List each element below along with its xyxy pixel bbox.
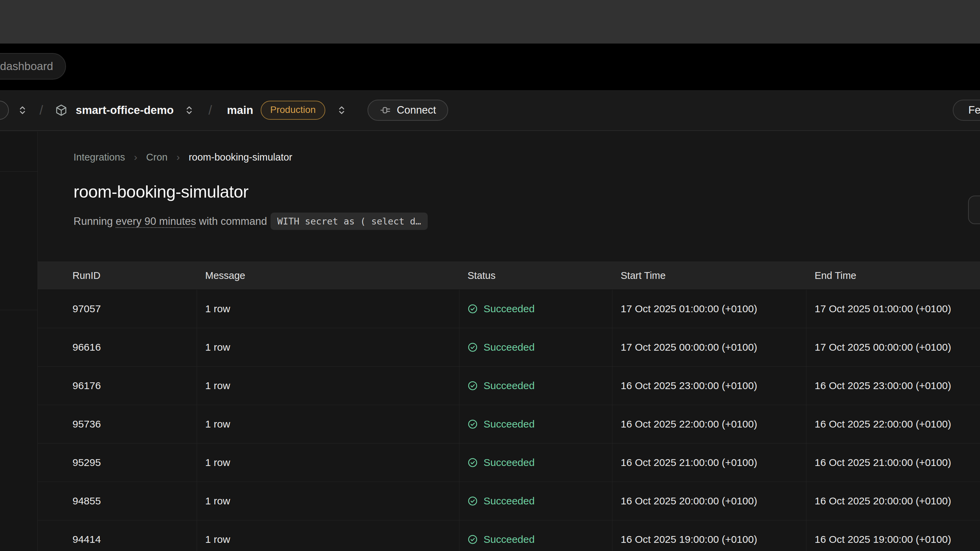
status-badge: Succeeded xyxy=(468,341,535,353)
page-subtitle: Running every 90 minutes with command WI… xyxy=(73,213,428,230)
chevron-up-down-icon xyxy=(183,104,195,116)
branch-switcher[interactable] xyxy=(336,104,348,116)
sidebar-divider xyxy=(0,310,37,310)
status-label: Succeeded xyxy=(484,457,535,468)
status-badge: Succeeded xyxy=(468,457,535,468)
cell-run-id: 95736 xyxy=(38,405,197,443)
cell-end-time: 17 Oct 2025 00:00:00 (+0100) xyxy=(807,328,980,366)
check-circle-icon xyxy=(468,419,478,429)
production-badge: Production xyxy=(261,101,325,120)
status-label: Succeeded xyxy=(484,380,535,392)
subtitle-schedule: every 90 minutes xyxy=(116,215,196,227)
project-name[interactable]: smart-office-demo xyxy=(76,104,174,117)
status-badge: Succeeded xyxy=(468,303,535,314)
cell-status: Succeeded xyxy=(460,405,612,443)
pencil-icon xyxy=(978,204,980,216)
cell-status: Succeeded xyxy=(460,520,612,551)
left-sidebar xyxy=(0,132,38,551)
check-circle-icon xyxy=(468,457,478,468)
cell-end-time: 16 Oct 2025 23:00:00 (+0100) xyxy=(807,367,980,405)
tab-dashboard-label: dashboard xyxy=(0,60,53,73)
status-label: Succeeded xyxy=(484,303,535,314)
connect-button[interactable]: Connect xyxy=(368,100,448,121)
check-circle-icon xyxy=(468,534,478,545)
org-avatar[interactable] xyxy=(0,101,9,120)
cell-status: Succeeded xyxy=(460,328,612,366)
table-row[interactable]: 94855 1 row Succeeded 16 Oct 2025 20:00:… xyxy=(38,482,980,520)
browser-tab-strip: dashboard xyxy=(0,43,980,90)
sidebar-divider xyxy=(0,171,37,172)
subtitle-prefix: Running xyxy=(73,215,116,227)
table-body: 97057 1 row Succeeded 17 Oct 2025 01:00:… xyxy=(38,290,980,551)
page-title: room-booking-simulator xyxy=(73,182,248,202)
status-badge: Succeeded xyxy=(468,495,535,507)
org-switcher[interactable] xyxy=(16,104,29,116)
cell-start-time: 16 Oct 2025 21:00:00 (+0100) xyxy=(612,443,807,482)
subtitle-middle: with command xyxy=(196,215,267,227)
status-badge: Succeeded xyxy=(468,380,535,392)
project-nav-bar: / smart-office-demo / main Production Co… xyxy=(0,90,980,131)
table-row[interactable]: 96616 1 row Succeeded 17 Oct 2025 00:00:… xyxy=(38,328,980,367)
table-row[interactable]: 95295 1 row Succeeded 16 Oct 2025 21:00:… xyxy=(38,443,980,482)
breadcrumb-separator-icon: › xyxy=(134,151,137,163)
project-switcher[interactable] xyxy=(183,104,195,116)
status-label: Succeeded xyxy=(484,495,535,507)
breadcrumb-cron[interactable]: Cron xyxy=(146,152,168,163)
content-panel: Integrations › Cron › room-booking-simul… xyxy=(38,132,980,551)
connect-label: Connect xyxy=(397,104,436,116)
tab-dashboard[interactable]: dashboard xyxy=(0,53,66,79)
breadcrumb-separator-icon: › xyxy=(176,151,180,163)
cell-message: 1 row xyxy=(197,328,460,366)
plug-icon xyxy=(380,105,391,116)
table-row[interactable]: 94414 1 row Succeeded 16 Oct 2025 19:00:… xyxy=(38,520,980,551)
table-row[interactable]: 96176 1 row Succeeded 16 Oct 2025 23:00:… xyxy=(38,367,980,405)
cell-end-time: 16 Oct 2025 19:00:00 (+0100) xyxy=(807,520,980,551)
cell-end-time: 17 Oct 2025 01:00:00 (+0100) xyxy=(807,290,980,328)
cell-status: Succeeded xyxy=(460,367,612,405)
cell-run-id: 94414 xyxy=(38,520,197,551)
cell-message: 1 row xyxy=(197,290,460,328)
command-snippet[interactable]: WITH secret as ( select d… xyxy=(270,213,428,230)
cell-run-id: 96616 xyxy=(38,328,197,366)
check-circle-icon xyxy=(468,381,478,391)
check-circle-icon xyxy=(468,496,478,506)
breadcrumb-integrations[interactable]: Integrations xyxy=(73,152,125,163)
cell-end-time: 16 Oct 2025 22:00:00 (+0100) xyxy=(807,405,980,443)
window-titlebar xyxy=(0,0,980,43)
cell-run-id: 97057 xyxy=(38,290,197,328)
cell-status: Succeeded xyxy=(460,443,612,482)
feedback-button[interactable]: Feedback xyxy=(953,100,980,121)
column-header-status[interactable]: Status xyxy=(460,262,612,289)
column-header-runid[interactable]: RunID xyxy=(38,262,197,289)
breadcrumb: Integrations › Cron › room-booking-simul… xyxy=(73,151,292,163)
cell-start-time: 17 Oct 2025 01:00:00 (+0100) xyxy=(612,290,807,328)
breadcrumb-current: room-booking-simulator xyxy=(189,152,292,163)
branch-name[interactable]: main xyxy=(227,104,253,117)
edit-button[interactable] xyxy=(968,195,980,224)
cell-start-time: 16 Oct 2025 23:00:00 (+0100) xyxy=(612,367,807,405)
breadcrumb-slash: / xyxy=(40,103,43,118)
table-row[interactable]: 95736 1 row Succeeded 16 Oct 2025 22:00:… xyxy=(38,405,980,443)
column-header-start-time[interactable]: Start Time xyxy=(612,262,807,289)
chevron-up-down-icon xyxy=(16,104,29,116)
cell-start-time: 16 Oct 2025 20:00:00 (+0100) xyxy=(612,482,807,520)
status-label: Succeeded xyxy=(484,341,535,353)
breadcrumb-slash: / xyxy=(208,103,212,118)
cell-start-time: 17 Oct 2025 00:00:00 (+0100) xyxy=(612,328,807,366)
cell-status: Succeeded xyxy=(460,482,612,520)
cell-run-id: 96176 xyxy=(38,367,197,405)
cell-run-id: 94855 xyxy=(38,482,197,520)
cell-start-time: 16 Oct 2025 19:00:00 (+0100) xyxy=(612,520,807,551)
cell-run-id: 95295 xyxy=(38,443,197,482)
table-header-row: RunID Message Status Start Time End Time xyxy=(38,262,980,290)
cell-message: 1 row xyxy=(197,482,460,520)
status-badge: Succeeded xyxy=(468,534,535,545)
table-row[interactable]: 97057 1 row Succeeded 17 Oct 2025 01:00:… xyxy=(38,290,980,328)
column-header-message[interactable]: Message xyxy=(197,262,460,289)
column-header-end-time[interactable]: End Time xyxy=(807,262,980,289)
main-area: Integrations › Cron › room-booking-simul… xyxy=(0,132,980,551)
cell-end-time: 16 Oct 2025 21:00:00 (+0100) xyxy=(807,443,980,482)
cell-message: 1 row xyxy=(197,367,460,405)
chevron-up-down-icon xyxy=(336,104,348,116)
cell-end-time: 16 Oct 2025 20:00:00 (+0100) xyxy=(807,482,980,520)
